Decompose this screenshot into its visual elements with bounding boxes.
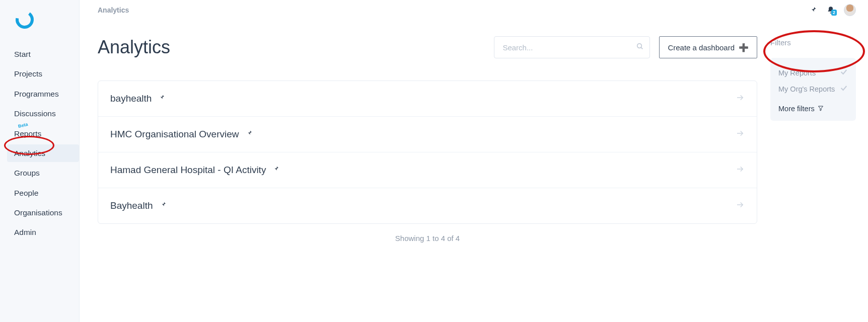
search-input[interactable] (494, 36, 650, 58)
sidebar-item-admin[interactable]: Admin (7, 223, 79, 241)
check-icon (840, 68, 848, 78)
sidebar-item-groups[interactable]: Groups (7, 164, 79, 182)
dashboard-list: bayhealth HMC Organisational Overview (98, 80, 757, 224)
dashboard-row[interactable]: bayhealth (98, 81, 757, 117)
notifications-button[interactable]: 2 (827, 6, 835, 15)
breadcrumb[interactable]: Analytics (98, 6, 129, 14)
filters-panel: Filters My Reports My Org's Reports More… (770, 36, 856, 322)
plus-icon: ➕ (739, 43, 749, 52)
sidebar-nav: Start Projects Programmes Discussions Be… (0, 45, 79, 244)
main: Analytics Create a dashboard ➕ bayhealth (80, 20, 868, 322)
beta-badge: Beta (18, 121, 29, 129)
app-logo[interactable] (0, 0, 79, 45)
sidebar-item-projects[interactable]: Projects (7, 65, 79, 83)
sidebar-item-discussions[interactable]: Discussions (7, 105, 79, 122)
filter-label: My Reports (778, 69, 816, 77)
sidebar-item-organisations[interactable]: Organisations (7, 204, 79, 221)
search-field[interactable] (494, 36, 650, 58)
arrow-right-icon (736, 129, 745, 140)
create-dashboard-button[interactable]: Create a dashboard ➕ (659, 36, 757, 58)
header-row: Analytics Create a dashboard ➕ (98, 36, 757, 58)
sidebar-item-reports[interactable]: Beta Reports (7, 125, 79, 142)
logo-icon (14, 9, 79, 30)
dashboard-row[interactable]: HMC Organisational Overview (98, 117, 757, 152)
check-icon (840, 84, 848, 94)
pin-icon[interactable] (246, 130, 253, 139)
search-icon (636, 42, 644, 52)
dashboard-title: HMC Organisational Overview (110, 129, 239, 140)
pager-text: Showing 1 to 4 of 4 (98, 224, 757, 253)
more-filters-label: More filters (778, 105, 815, 113)
pin-icon[interactable] (159, 94, 166, 103)
topbar: Analytics 2 (80, 0, 868, 20)
more-filters-button[interactable]: More filters (778, 98, 848, 117)
filter-my-reports[interactable]: My Reports (778, 65, 848, 81)
page-title: Analytics (98, 37, 485, 58)
dashboard-row[interactable]: Hamad General Hospital - QI Activity (98, 152, 757, 188)
avatar[interactable] (844, 4, 856, 16)
filters-title: Filters (770, 38, 856, 47)
pin-icon[interactable] (160, 201, 167, 210)
dashboard-title: Hamad General Hospital - QI Activity (110, 165, 266, 176)
dashboard-title: bayhealth (110, 93, 152, 104)
sidebar-item-label: Reports (14, 129, 41, 138)
pin-icon[interactable] (810, 6, 818, 14)
sidebar: Start Projects Programmes Discussions Be… (0, 0, 80, 322)
sidebar-item-start[interactable]: Start (7, 45, 79, 63)
arrow-right-icon (736, 200, 745, 211)
filters-box: My Reports My Org's Reports More filters (770, 58, 856, 121)
svg-point-1 (637, 44, 642, 48)
create-dashboard-label: Create a dashboard (668, 43, 735, 52)
notifications-badge: 2 (831, 10, 837, 16)
filter-my-org-reports[interactable]: My Org's Reports (778, 81, 848, 97)
svg-point-0 (14, 9, 35, 30)
arrow-right-icon (736, 93, 745, 104)
sidebar-item-programmes[interactable]: Programmes (7, 85, 79, 103)
svg-line-2 (641, 47, 643, 49)
content: Analytics Create a dashboard ➕ bayhealth (98, 36, 757, 322)
dashboard-row[interactable]: Bayhealth (98, 188, 757, 223)
sidebar-item-people[interactable]: People (7, 184, 79, 202)
filter-icon (818, 105, 824, 113)
svg-marker-7 (818, 106, 823, 111)
dashboard-title: Bayhealth (110, 200, 153, 211)
pin-icon[interactable] (273, 166, 280, 175)
filter-label: My Org's Reports (778, 85, 835, 94)
arrow-right-icon (736, 165, 745, 176)
sidebar-item-analytics[interactable]: Analytics (7, 144, 79, 162)
